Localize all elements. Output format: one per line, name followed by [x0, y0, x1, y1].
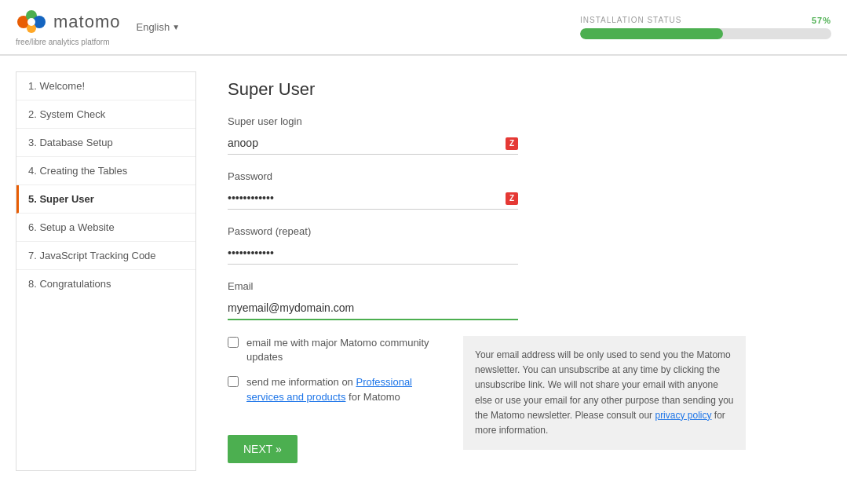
password-input-wrapper: Z — [228, 187, 518, 210]
password-badge: Z — [506, 192, 518, 205]
sidebar-item-super-user[interactable]: 5. Super User — [16, 185, 195, 214]
sidebar: 1. Welcome! 2. System Check 3. Database … — [16, 71, 196, 471]
login-label: Super user login — [228, 115, 746, 127]
logo-text: matomo — [53, 12, 120, 32]
sidebar-item-welcome[interactable]: 1. Welcome! — [16, 72, 195, 100]
checkbox2-after: for Matomo — [345, 391, 400, 403]
installation-status: INSTALLATION STATUS 57% — [580, 16, 831, 39]
checkbox-professional-services[interactable] — [228, 376, 239, 387]
main-layout: 1. Welcome! 2. System Check 3. Database … — [0, 56, 847, 487]
progress-bar-container — [580, 28, 831, 39]
email-label: Email — [228, 280, 746, 292]
checkbox-community-updates[interactable] — [228, 337, 239, 348]
language-dropdown-arrow: ▼ — [172, 23, 180, 31]
checkbox-item-2: send me information on Professional serv… — [228, 375, 447, 404]
progress-bar-fill — [580, 28, 723, 39]
info-box: Your email address will be only used to … — [463, 336, 746, 450]
password-group: Password Z — [228, 170, 746, 210]
password-repeat-input-wrapper — [228, 242, 518, 265]
sidebar-item-js-tracking[interactable]: 7. JavaScript Tracking Code — [16, 242, 195, 270]
checkbox2-label: send me information on Professional serv… — [246, 375, 447, 404]
logo-area: matomo free/libre analytics platform — [16, 8, 120, 46]
password-input[interactable] — [228, 187, 518, 210]
email-input-wrapper — [228, 297, 518, 320]
login-input[interactable] — [228, 132, 518, 155]
tagline: free/libre analytics platform — [16, 38, 120, 46]
checkbox1-label: email me with major Matomo community upd… — [246, 336, 447, 364]
password-repeat-label: Password (repeat) — [228, 225, 746, 237]
password-label: Password — [228, 170, 746, 182]
language-label: English — [136, 21, 170, 33]
checkbox2-before: send me information on — [246, 376, 356, 388]
sidebar-item-database-setup[interactable]: 3. Database Setup — [16, 129, 195, 157]
login-input-wrapper: Z — [228, 132, 518, 155]
password-repeat-input[interactable] — [228, 242, 518, 265]
svg-point-4 — [27, 18, 35, 26]
sidebar-item-setup-website[interactable]: 6. Setup a Website — [16, 214, 195, 242]
sidebar-item-creating-tables[interactable]: 4. Creating the Tables — [16, 157, 195, 185]
checkbox-section: email me with major Matomo community upd… — [228, 336, 447, 463]
login-badge: Z — [506, 137, 518, 150]
sidebar-item-congratulations[interactable]: 8. Congratulations — [16, 270, 195, 298]
password-repeat-group: Password (repeat) — [228, 225, 746, 265]
header: matomo free/libre analytics platform Eng… — [0, 0, 847, 55]
checkbox-item-1: email me with major Matomo community upd… — [228, 336, 447, 364]
matomo-logo-icon — [16, 8, 47, 36]
sidebar-item-system-check[interactable]: 2. System Check — [16, 100, 195, 129]
bottom-row: email me with major Matomo community upd… — [228, 336, 746, 463]
content-area: Super User Super user login Z Password Z… — [212, 71, 761, 471]
login-group: Super user login Z — [228, 115, 746, 155]
next-button[interactable]: NEXT » — [228, 435, 298, 463]
logo: matomo — [16, 8, 120, 36]
install-percent: 57% — [812, 16, 831, 25]
page-title: Super User — [228, 79, 746, 100]
install-status-text: INSTALLATION STATUS — [580, 16, 681, 25]
install-status-header: INSTALLATION STATUS 57% — [580, 16, 831, 25]
language-selector[interactable]: English ▼ — [136, 21, 180, 33]
email-input[interactable] — [228, 297, 518, 320]
email-group: Email — [228, 280, 746, 320]
privacy-policy-link[interactable]: privacy policy — [655, 410, 711, 421]
